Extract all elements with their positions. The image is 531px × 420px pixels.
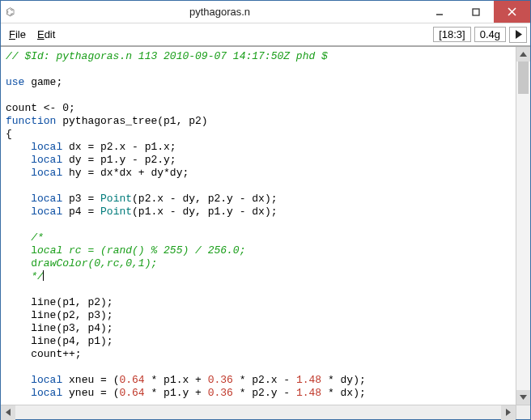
svg-marker-7 — [6, 409, 11, 416]
menubar: File Edit [18:3] 0.4g — [1, 23, 530, 46]
scroll-right-button[interactable] — [501, 405, 516, 420]
svg-marker-5 — [520, 52, 527, 57]
window-controls — [421, 1, 530, 23]
code-editor[interactable]: // $Id: pythagoras.n 113 2010-09-07 14:1… — [1, 47, 516, 405]
memory-status: 0.4g — [474, 27, 506, 42]
scrollbar-corner — [516, 405, 530, 419]
play-icon — [515, 30, 522, 39]
maximize-button[interactable] — [457, 1, 494, 23]
app-window: ⌬ pythagoras.n File Edit [18:3] 0.4g // … — [0, 0, 531, 420]
hscroll-area — [1, 405, 530, 419]
window-title: pythagoras.n — [19, 1, 421, 23]
scroll-up-button[interactable] — [516, 47, 530, 62]
vscroll-thumb[interactable] — [518, 62, 529, 94]
run-button[interactable] — [509, 27, 527, 43]
minimize-icon — [435, 8, 444, 16]
titlebar[interactable]: ⌬ pythagoras.n — [1, 1, 530, 23]
vertical-scrollbar[interactable] — [516, 47, 530, 405]
text-cursor — [43, 270, 44, 281]
minimize-button[interactable] — [421, 1, 457, 23]
chevron-right-icon — [506, 409, 511, 416]
cursor-position: [18:3] — [433, 27, 471, 42]
editor-area: // $Id: pythagoras.n 113 2010-09-07 14:1… — [1, 46, 530, 405]
menu-file[interactable]: File — [4, 27, 31, 42]
vscroll-track[interactable] — [516, 62, 530, 390]
chevron-left-icon — [6, 409, 11, 416]
svg-marker-4 — [516, 30, 522, 39]
scroll-left-button[interactable] — [1, 405, 15, 420]
app-icon: ⌬ — [1, 1, 19, 23]
svg-marker-8 — [506, 409, 511, 416]
close-button[interactable] — [494, 1, 530, 23]
menu-edit[interactable]: Edit — [32, 27, 60, 42]
close-icon — [508, 7, 516, 16]
scroll-down-button[interactable] — [516, 390, 530, 405]
svg-marker-6 — [520, 395, 527, 400]
maximize-icon — [472, 8, 480, 16]
horizontal-scrollbar[interactable] — [1, 405, 516, 419]
svg-rect-1 — [473, 9, 479, 15]
chevron-down-icon — [520, 395, 527, 400]
chevron-up-icon — [520, 52, 527, 57]
